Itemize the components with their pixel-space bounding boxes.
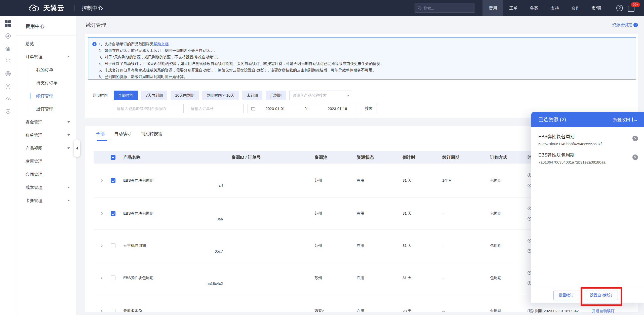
tab-all[interactable]: 全部 xyxy=(96,131,105,141)
set-auto-renew-button[interactable]: 设置自动续订 xyxy=(585,291,618,300)
chip-all-time[interactable]: 全部时间 xyxy=(114,91,138,100)
row-checkbox[interactable] xyxy=(111,211,115,216)
tab-auto-renew[interactable]: 自动续订 xyxy=(114,131,131,141)
cell-status: 在用 xyxy=(357,211,403,216)
console-overview-icon[interactable] xyxy=(5,33,11,39)
cloud-server-icon[interactable] xyxy=(5,45,11,52)
clock-icon xyxy=(528,184,531,187)
tab-expire-to-on-demand[interactable]: 到期转按需 xyxy=(141,131,162,141)
selected-resource-item: EBS弹性块包周期 58e679f8061149bbbf42548c555cd3… xyxy=(531,127,644,146)
remove-resource-icon[interactable]: ✕ xyxy=(632,154,638,160)
select-all-checkbox[interactable] xyxy=(111,155,115,160)
expire-time-filter-label: 到期时间 xyxy=(93,93,114,98)
help-doc-link[interactable]: 帮助文档 xyxy=(153,42,169,46)
topnav-cooperation[interactable]: 合作 xyxy=(565,0,586,16)
cloud-migration-icon[interactable] xyxy=(5,96,11,102)
cell-pool: 苏州 xyxy=(314,243,357,248)
cell-countdown: 31 天 xyxy=(403,211,442,216)
apps-grid-icon[interactable] xyxy=(5,20,11,27)
sidebar-group-funds-management[interactable]: 资金管理 xyxy=(16,115,76,129)
chip-expire-ge-10-days[interactable]: 到期时间>=10天 xyxy=(202,91,239,100)
topnav-support[interactable]: 支持 xyxy=(544,0,565,16)
selected-resource-name: EBS弹性块包周期 xyxy=(538,134,626,140)
expand-row-icon[interactable] xyxy=(99,244,103,247)
product-name-select[interactable]: 请输入产品名称搜索 xyxy=(289,91,352,100)
cell-order-type: 包周期 xyxy=(490,211,527,216)
sidebar-item-unsubscribe-management[interactable]: 退订管理 xyxy=(30,102,76,115)
expand-row-icon[interactable] xyxy=(99,179,103,182)
username[interactable]: 窦*强 xyxy=(586,5,607,11)
header-resource-id: 资源ID / 订单号 xyxy=(231,154,314,160)
clock-icon xyxy=(528,173,531,177)
expand-row-icon[interactable] xyxy=(99,212,103,215)
remove-resource-icon[interactable]: ✕ xyxy=(632,136,638,141)
sidebar-group-coupon-management[interactable]: 卡券管理 xyxy=(16,194,76,207)
resource-locked-link[interactable]: 资源被锁定 ? xyxy=(612,22,638,28)
row-expire-info: 到期:2023-02-13 18:09:42 开通自动续订 xyxy=(530,309,614,313)
topnav-tickets[interactable]: 工单 xyxy=(503,0,524,16)
selected-resource-id: 7a01364706354031a72b31e2a39180aa xyxy=(538,160,626,164)
sidebar-item-invoice-management[interactable]: 发票管理 xyxy=(16,155,76,168)
cell-cycle: -- xyxy=(442,309,490,312)
date-separator: 至 xyxy=(290,106,322,111)
topbar-search[interactable] xyxy=(415,4,475,13)
cell-product: EBS弹性块包周期 xyxy=(123,211,231,216)
chevron-down-icon xyxy=(67,121,70,124)
sidebar-item-contract-management[interactable]: 合同管理 xyxy=(16,168,76,181)
cell-countdown: 28 天 xyxy=(403,309,442,312)
cell-order-type: 包周期 xyxy=(490,275,527,280)
cell-status: 在用 xyxy=(357,309,403,312)
calendar-icon xyxy=(251,107,255,110)
shield-icon[interactable] xyxy=(5,108,11,115)
clock-icon xyxy=(528,217,531,221)
vpc-icon[interactable]: VPC xyxy=(5,58,11,64)
page-title: 续订管理 xyxy=(86,22,106,28)
row-checkbox[interactable] xyxy=(111,243,115,248)
brand[interactable]: 天翼云 xyxy=(0,4,64,13)
search-input[interactable] xyxy=(423,6,469,10)
row-checkbox[interactable] xyxy=(111,309,115,312)
row-checkbox[interactable] xyxy=(111,275,115,280)
expand-row-icon[interactable] xyxy=(99,276,103,280)
sidebar-divider xyxy=(16,35,76,35)
panel-body: EBS弹性块包周期 58e679f8061149bbbf42548c555cd3… xyxy=(531,127,644,303)
chevron-down-icon xyxy=(67,147,70,150)
sidebar-item-pending-payment-orders[interactable]: 待支付订单 xyxy=(30,76,76,89)
chip-expire-within-7-days[interactable]: 7天内到期 xyxy=(141,91,167,100)
date-range-picker[interactable]: 2023-01-01 至 2023-01-16 xyxy=(248,104,356,113)
sidebar-group-product-view[interactable]: 产品视图 xyxy=(16,142,76,155)
sidebar-group-order-management[interactable]: 订单管理 xyxy=(16,50,76,63)
cell-cycle: -- xyxy=(442,276,490,280)
cell-countdown: 31 天 xyxy=(403,275,442,280)
row-checkbox[interactable] xyxy=(111,178,115,183)
expand-row-icon[interactable] xyxy=(99,309,103,312)
help-icon[interactable]: ? xyxy=(616,5,623,11)
search-button[interactable]: 搜索 xyxy=(361,104,377,113)
topbar: 天翼云 控制中心 费用 工单 备案 支持 合作 窦*强 ? 99+ xyxy=(0,0,644,16)
topnav-icp-filing[interactable]: 备案 xyxy=(524,0,544,16)
date-from[interactable]: 2023-01-01 xyxy=(260,106,290,111)
notifications[interactable]: 99+ xyxy=(628,6,634,12)
collapse-panel-button[interactable]: 折叠收回 → xyxy=(613,117,638,123)
sidebar-group-cost-management[interactable]: 成本管理 xyxy=(16,181,76,194)
sidebar-item-overview[interactable]: 总览 xyxy=(16,37,76,50)
topnav-fees[interactable]: 费用 xyxy=(482,0,503,16)
sidebar-item-renewal-management[interactable]: 续订管理 xyxy=(30,89,76,102)
chip-expired[interactable]: 已到期 xyxy=(266,91,286,100)
notice-line-4: 4、对于设置了自动续订，且10天内到期的资源，如果用户尝试修改自动续订周期、关闭… xyxy=(99,60,632,67)
sidebar-collapse-handle[interactable] xyxy=(74,139,80,157)
enable-auto-renew-link[interactable]: 开通自动续订 xyxy=(592,309,614,313)
header-resource-pool: 资源池 xyxy=(314,154,357,160)
window-console-icon[interactable] xyxy=(5,70,11,77)
order-number-input[interactable] xyxy=(188,104,244,113)
date-to[interactable]: 2023-01-16 xyxy=(322,106,352,111)
batch-renew-button[interactable]: 批量续订 xyxy=(553,291,579,300)
sidebar-group-bill-management[interactable]: 账单管理 xyxy=(16,129,76,142)
selected-resource-name: EBS弹性块包周期 xyxy=(538,152,626,158)
chevron-down-icon xyxy=(346,93,349,97)
resource-id-input[interactable] xyxy=(114,104,184,113)
chip-not-expired[interactable]: 未到期 xyxy=(242,91,262,100)
chip-expire-within-10-days[interactable]: 10天内到期 xyxy=(171,91,199,100)
sidebar-item-my-orders[interactable]: 我的订单 xyxy=(30,63,76,76)
scan-frame-icon[interactable] xyxy=(5,83,11,90)
